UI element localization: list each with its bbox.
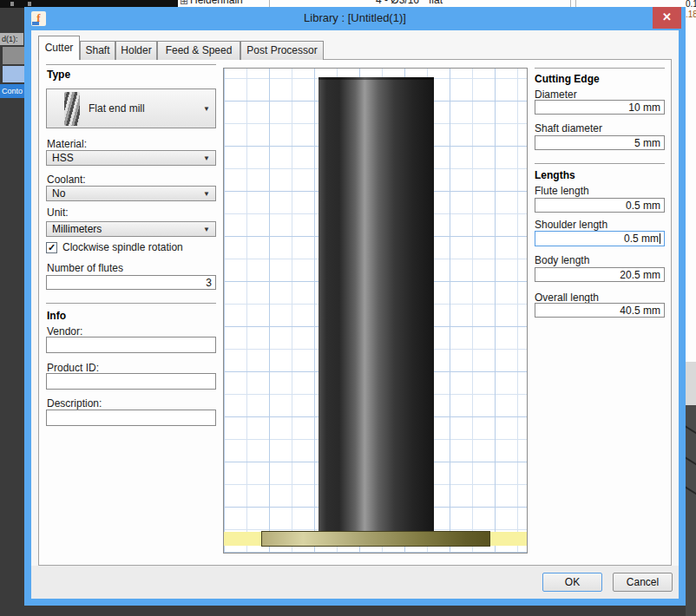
description-input[interactable] (46, 410, 216, 426)
chevron-down-icon: ▼ (203, 154, 210, 162)
flutes-label: Number of flutes (47, 262, 123, 274)
dialog-client-area: Cutter Shaft Holder Feed & Speed Post Pr… (31, 30, 679, 599)
shoulder-length-value: 0.5 mm (624, 233, 659, 245)
checkbox-checked[interactable]: ✓ (46, 242, 57, 253)
info-heading: Info (47, 310, 66, 322)
background-gray-box (3, 47, 24, 64)
tab-cutter[interactable]: Cutter (38, 36, 80, 60)
overall-length-value: 40.5 mm (620, 305, 660, 317)
shaft-diameter-input[interactable]: 5 mm (535, 135, 665, 150)
chevron-down-icon: ▼ (203, 190, 210, 198)
material-label: Material: (47, 138, 87, 150)
title-bar[interactable]: f Library : [Untitled(1)] ✕ (24, 7, 686, 30)
background-left-strip: d(1): Conto (0, 8, 24, 616)
vendor-input[interactable] (46, 337, 216, 353)
product-id-label: Product ID: (47, 362, 99, 374)
shoulder-length-label: Shoulder length (535, 219, 607, 231)
background-text-tool: 4 - Ø3/16 " flat (376, 0, 443, 6)
tab-holder[interactable]: Holder (115, 41, 157, 60)
tab-label: Cutter (45, 42, 74, 54)
overall-length-label: Overall length (535, 292, 599, 304)
ok-button[interactable]: OK (542, 573, 602, 592)
spindle-rotation-label: Clockwise spindle rotation (62, 241, 183, 253)
flute-length-label: Flute length (535, 185, 589, 197)
background-right-strip: 0.18 .18 (686, 0, 696, 616)
unit-value: Millimeters (52, 223, 102, 235)
diameter-input[interactable]: 10 mm (535, 100, 665, 115)
ok-button-label: OK (565, 576, 580, 588)
screen: Heidenhain ⊞ 4 - Ø3/16 " flat 0.18 .18 d… (0, 0, 696, 616)
shoulder-length-input[interactable]: 0.5 mm (535, 231, 665, 246)
lengths-heading: Lengths (535, 169, 575, 181)
tab-shaft[interactable]: Shaft (80, 41, 115, 60)
background-dark-block (686, 405, 696, 616)
tab-post-processor[interactable]: Post Processor (240, 41, 324, 60)
flute-length-value: 0.5 mm (626, 200, 660, 212)
material-dropdown[interactable]: HSS ▼ (46, 150, 216, 166)
tab-bar: Cutter Shaft Holder Feed & Speed Post Pr… (38, 36, 324, 60)
body-length-input[interactable]: 20.5 mm (535, 267, 665, 282)
end-mill-icon (64, 92, 80, 126)
flutes-value: 3 (206, 277, 212, 289)
type-heading: Type (47, 69, 70, 81)
background-value: 0.18 (686, 0, 696, 9)
section-separator (535, 163, 665, 164)
tool-type-dropdown[interactable]: Flat end mill ▼ (46, 88, 216, 128)
background-gray-block (686, 362, 696, 405)
coolant-value: No (52, 187, 65, 200)
tool-body-render (318, 77, 434, 532)
tab-label: Post Processor (246, 44, 317, 56)
flute-length-input[interactable]: 0.5 mm (535, 198, 665, 213)
body-length-value: 20.5 mm (620, 269, 660, 281)
coolant-label: Coolant: (47, 174, 86, 186)
tab-feed-speed[interactable]: Feed & Speed (157, 41, 240, 60)
background-value: .18 (686, 10, 696, 19)
text-cursor (660, 233, 660, 244)
library-dialog: f Library : [Untitled(1)] ✕ Cutter Shaft… (24, 7, 686, 606)
background-tick (28, 2, 31, 6)
background-contour-item: Conto (0, 84, 24, 98)
section-separator (46, 303, 216, 304)
cancel-button-label: Cancel (627, 576, 659, 588)
product-id-input[interactable] (46, 373, 216, 390)
background-blue-box (3, 66, 24, 82)
unit-label: Unit: (47, 206, 69, 219)
background-tick (10, 2, 14, 6)
unit-dropdown[interactable]: Millimeters ▼ (46, 221, 216, 237)
diameter-label: Diameter (535, 88, 577, 101)
background-label: d(1): (0, 33, 23, 45)
tool-type-value: Flat end mill (89, 89, 145, 128)
tab-label: Holder (121, 44, 151, 56)
flutes-input[interactable]: 3 (46, 275, 216, 290)
body-length-label: Body length (535, 254, 589, 266)
background-diagonal (686, 425, 696, 435)
diameter-value: 10 mm (628, 102, 660, 114)
coolant-dropdown[interactable]: No ▼ (46, 186, 216, 201)
section-separator (46, 64, 216, 65)
plus-box-icon: ⊞ (180, 0, 188, 7)
spindle-rotation-checkbox-row[interactable]: ✓ Clockwise spindle rotation (46, 241, 183, 253)
shaft-diameter-value: 5 mm (634, 137, 660, 149)
chevron-down-icon: ▼ (203, 226, 210, 233)
background-text-heidenhain: Heidenhain (190, 0, 243, 6)
cancel-button[interactable]: Cancel (613, 573, 673, 592)
shaft-diameter-label: Shaft diameter (535, 122, 602, 134)
dialog-title: Library : [Untitled(1)] (24, 7, 686, 29)
checkmark-icon: ✓ (48, 242, 56, 252)
tool-preview-canvas (223, 68, 528, 554)
cutting-edge-heading: Cutting Edge (535, 73, 600, 85)
description-label: Description: (47, 397, 102, 410)
close-button[interactable]: ✕ (653, 7, 681, 29)
material-value: HSS (52, 152, 74, 164)
chevron-down-icon: ▼ (203, 105, 210, 113)
cutter-tab-panel: Type Flat end mill ▼ Material: HSS ▼ Coo… (38, 59, 672, 566)
tab-label: Feed & Speed (166, 44, 233, 56)
overall-length-input[interactable]: 40.5 mm (535, 303, 665, 318)
tab-label: Shaft (85, 44, 109, 56)
close-icon: ✕ (662, 10, 672, 23)
background-diagonal (686, 486, 696, 495)
background-diagonal (686, 456, 696, 466)
vendor-label: Vendor: (47, 325, 82, 337)
tool-flute-render (261, 531, 490, 547)
section-separator (535, 68, 665, 69)
